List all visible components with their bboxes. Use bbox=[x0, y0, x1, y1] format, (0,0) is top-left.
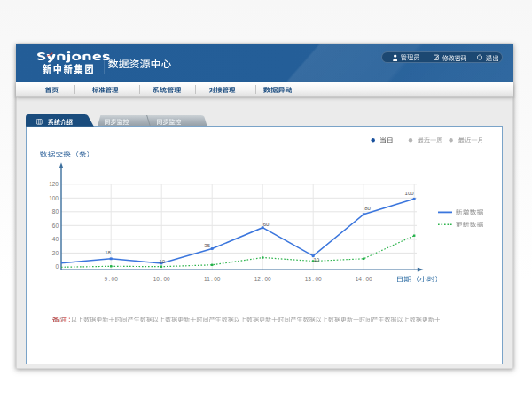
svg-text:0: 0 bbox=[55, 263, 59, 270]
svg-text:35: 35 bbox=[204, 243, 210, 248]
svg-text:10: 10 bbox=[313, 257, 319, 262]
svg-text:10: 10 bbox=[159, 259, 165, 264]
svg-text:100: 100 bbox=[405, 191, 415, 196]
svg-text:12 : 00: 12 : 00 bbox=[254, 276, 271, 282]
svg-text:80: 80 bbox=[52, 208, 59, 215]
svg-text:120: 120 bbox=[49, 181, 59, 187]
svg-text:18: 18 bbox=[105, 250, 111, 255]
svg-text:20: 20 bbox=[52, 250, 59, 256]
svg-text:40: 40 bbox=[52, 236, 59, 242]
svg-text:100: 100 bbox=[49, 195, 59, 201]
svg-text:13 : 00: 13 : 00 bbox=[305, 276, 322, 282]
svg-text:14 : 00: 14 : 00 bbox=[356, 276, 372, 282]
svg-text:60: 60 bbox=[52, 223, 59, 229]
svg-text:60: 60 bbox=[263, 222, 270, 227]
svg-text:80: 80 bbox=[364, 206, 371, 211]
svg-text:9 : 00: 9 : 00 bbox=[105, 276, 119, 282]
svg-text:10 : 00: 10 : 00 bbox=[153, 276, 170, 282]
svg-text:11 : 00: 11 : 00 bbox=[204, 276, 221, 282]
